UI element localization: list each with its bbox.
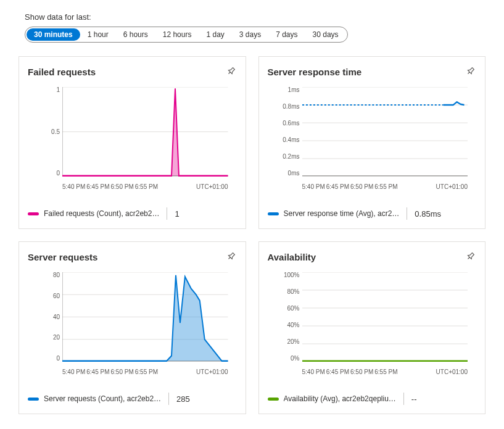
legend-value: 1	[175, 209, 179, 219]
y-tick: 60%	[278, 306, 300, 312]
x-tick: 6:50 PM	[111, 183, 134, 190]
legend-swatch	[28, 398, 39, 401]
time-btn-1day[interactable]: 1 day	[199, 28, 231, 41]
pin-button[interactable]	[220, 61, 241, 82]
x-tick: 6:50 PM	[350, 369, 373, 375]
time-btn-30min[interactable]: 30 minutes	[27, 28, 80, 41]
card-title: Availability	[268, 252, 477, 262]
card-availability: Availability 100% 80% 60% 40% 20% 0%	[258, 241, 486, 414]
y-tick: 20%	[278, 339, 300, 345]
y-tick: 40%	[278, 322, 300, 328]
x-tick: 5:40 PM	[302, 369, 325, 375]
x-tick: 6:45 PM	[326, 183, 349, 190]
pin-icon	[464, 249, 478, 264]
y-tick: 0.2ms	[278, 154, 300, 160]
time-selector-label: Show data for last:	[25, 12, 485, 22]
legend-value: --	[411, 394, 417, 404]
legend-label: Failed requests (Count), acr2eb2…	[44, 209, 159, 218]
legend-swatch	[268, 398, 279, 401]
pin-button[interactable]	[460, 246, 481, 267]
y-tick: 0.6ms	[278, 120, 300, 127]
legend-label: Server requests (Count), acr2eb2…	[44, 394, 161, 403]
y-tick: 60	[38, 293, 60, 299]
chart-failed[interactable]: 1 0.5 0 5:40 PM 6:45 PM 6:50 PM	[31, 87, 233, 195]
x-tick: 6:55 PM	[135, 183, 158, 190]
y-tick: 0.4ms	[278, 137, 300, 143]
x-tick: 6:45 PM	[326, 369, 349, 375]
x-tick: 5:40 PM	[62, 183, 85, 190]
y-tick: 40	[38, 314, 60, 320]
timezone-label: UTC+01:00	[196, 369, 228, 375]
card-title: Server requests	[28, 252, 237, 262]
timezone-label: UTC+01:00	[436, 369, 468, 375]
card-title: Failed requests	[28, 67, 237, 77]
card-response-time: Server response time 1ms 0.8ms 0.6ms 0.4…	[258, 56, 486, 229]
legend-separator	[168, 393, 169, 405]
y-tick: 0ms	[278, 170, 300, 177]
time-btn-12hours[interactable]: 12 hours	[155, 28, 199, 41]
y-tick: 100%	[278, 272, 300, 278]
y-tick: 80	[38, 272, 60, 278]
y-tick: 0	[38, 356, 60, 362]
pin-button[interactable]	[460, 61, 481, 82]
pin-icon	[224, 249, 238, 264]
y-tick: 1ms	[278, 87, 300, 93]
legend-value: 285	[176, 394, 190, 404]
chart-availability[interactable]: 100% 80% 60% 40% 20% 0% 5:40	[271, 272, 473, 380]
time-btn-1hour[interactable]: 1 hour	[80, 28, 116, 41]
y-tick: 20	[38, 335, 60, 341]
y-tick: 0%	[278, 356, 300, 362]
svg-marker-18	[62, 275, 228, 361]
pin-button[interactable]	[220, 246, 241, 267]
x-tick: 6:55 PM	[135, 369, 158, 375]
legend-value: 0.85ms	[415, 209, 441, 219]
y-tick: 0	[38, 170, 60, 177]
time-btn-30days[interactable]: 30 days	[305, 28, 346, 41]
legend-separator	[167, 207, 167, 220]
time-range-selector: 30 minutes 1 hour 6 hours 12 hours 1 day…	[25, 27, 348, 43]
svg-marker-4	[62, 88, 228, 175]
chart-requests[interactable]: 80 60 40 20 0 5	[31, 272, 233, 380]
legend-label: Availability (Avg), acr2eb2qepliu…	[284, 394, 396, 403]
chart-response[interactable]: 1ms 0.8ms 0.6ms 0.4ms 0.2ms 0ms	[271, 87, 473, 195]
y-tick: 0.8ms	[278, 104, 300, 110]
card-title: Server response time	[268, 67, 477, 77]
legend-swatch	[268, 212, 279, 215]
x-tick: 5:40 PM	[62, 369, 85, 375]
y-tick: 0.5	[38, 129, 60, 135]
time-btn-7days[interactable]: 7 days	[268, 28, 305, 41]
timezone-label: UTC+01:00	[436, 183, 468, 190]
x-tick: 6:55 PM	[374, 369, 397, 375]
x-tick: 6:50 PM	[350, 183, 373, 190]
legend-label: Server response time (Avg), acr2…	[284, 209, 400, 218]
card-failed-requests: Failed requests 1 0.5 0 5:40 PM	[19, 56, 246, 229]
x-tick: 6:45 PM	[86, 183, 109, 190]
time-btn-3days[interactable]: 3 days	[232, 28, 268, 41]
timezone-label: UTC+01:00	[196, 183, 228, 190]
card-server-requests: Server requests 80 60 40 20 0	[19, 241, 246, 414]
y-tick: 1	[38, 87, 60, 93]
x-tick: 5:40 PM	[302, 183, 325, 190]
x-tick: 6:55 PM	[374, 183, 397, 190]
pin-icon	[224, 64, 238, 78]
legend-swatch	[28, 212, 39, 215]
y-tick: 80%	[278, 289, 300, 295]
time-btn-6hours[interactable]: 6 hours	[116, 28, 155, 41]
x-tick: 6:45 PM	[86, 369, 109, 375]
x-tick: 6:50 PM	[111, 369, 134, 375]
legend-separator	[403, 393, 404, 405]
legend-separator	[407, 207, 407, 220]
pin-icon	[464, 64, 478, 78]
